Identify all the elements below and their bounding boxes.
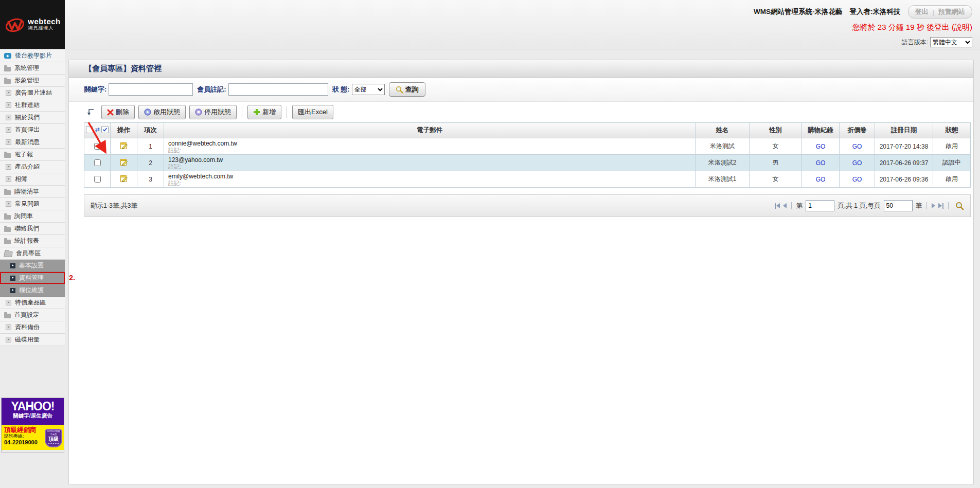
next-page-button[interactable] bbox=[932, 203, 935, 208]
topbar-right: WMS網站管理系統-米洛花藝 登入者:米洛科技 登出 | 預覽網站 您將於 23… bbox=[754, 5, 972, 47]
sidebar-item[interactable]: 常見問題 bbox=[0, 198, 65, 210]
row-status-cell: 啟用 bbox=[933, 138, 971, 155]
page: webtech 網頁經理人 WMS網站管理系統-米洛花藝 登入者:米洛科技 登出… bbox=[0, 0, 980, 488]
row-date-cell: 2017-06-26 09:36 bbox=[875, 171, 933, 188]
status-select[interactable]: 全部 bbox=[352, 84, 385, 95]
shopping-record-go-link[interactable]: GO bbox=[816, 143, 826, 150]
sidebar-item[interactable]: 資料管理 bbox=[0, 272, 65, 284]
yahoo-badge-top: YAHOO!關鍵字廣告 bbox=[46, 430, 61, 436]
sidebar-item[interactable]: 資料備份 bbox=[0, 321, 65, 334]
member-note: 註記: bbox=[168, 180, 691, 186]
row-name-cell: 米洛測試2 bbox=[696, 155, 750, 171]
pager-search-button[interactable] bbox=[955, 202, 964, 210]
edit-button[interactable] bbox=[120, 174, 128, 183]
sidebar-item-label: 首頁設定 bbox=[14, 311, 39, 319]
row-checkbox[interactable] bbox=[94, 159, 101, 166]
sidebar-item[interactable]: 購物清單 bbox=[0, 186, 65, 198]
bullet-icon bbox=[6, 139, 11, 145]
sidebar-item[interactable]: 統計報表 bbox=[0, 235, 65, 247]
topbar: webtech 網頁經理人 WMS網站管理系統-米洛花藝 登入者:米洛科技 登出… bbox=[0, 0, 980, 49]
status-label: 狀 態: bbox=[332, 85, 350, 94]
table-row: 1connie@webtech.com.tw註記:米洛測試女GOGO2017-0… bbox=[84, 138, 971, 155]
sidebar-item[interactable]: 產品介紹 bbox=[0, 161, 65, 173]
language-select[interactable]: 繁體中文 bbox=[930, 37, 972, 47]
sidebar-item[interactable]: 磁碟用量 bbox=[0, 334, 65, 346]
logout-countdown: 您將於 23 分鐘 19 秒 後登出 (說明) bbox=[754, 23, 972, 32]
coupon-go-link[interactable]: GO bbox=[852, 159, 862, 167]
keyword-input[interactable] bbox=[109, 83, 193, 96]
row-name-cell: 米洛測試 bbox=[696, 138, 750, 155]
delete-button[interactable]: 刪除 bbox=[101, 105, 135, 119]
edit-icon bbox=[120, 141, 128, 150]
disable-status-button[interactable]: 停用狀態 bbox=[189, 105, 237, 119]
folder-icon bbox=[4, 190, 11, 195]
sidebar-item[interactable]: 聯絡我們 bbox=[0, 223, 65, 235]
folder-icon bbox=[4, 79, 11, 84]
bullet-icon bbox=[6, 176, 11, 182]
edit-button[interactable] bbox=[120, 141, 128, 150]
per-page-input[interactable] bbox=[884, 200, 913, 211]
sidebar-item[interactable]: 系統管理 bbox=[0, 62, 65, 75]
sidebar-item[interactable]: 關於我們 bbox=[0, 112, 65, 124]
prev-page-button[interactable] bbox=[783, 203, 787, 208]
sidebar-item[interactable]: 首頁設定 bbox=[0, 309, 65, 321]
sidebar-item[interactable]: 廣告圖片連結 bbox=[0, 87, 65, 99]
sidebar-item[interactable]: 電子報 bbox=[0, 149, 65, 161]
sidebar-item[interactable]: 欄位維護 bbox=[0, 284, 65, 297]
sidebar-item[interactable]: 會員專區 bbox=[0, 247, 65, 260]
login-user: 登入者:米洛科技 bbox=[850, 7, 901, 16]
add-button[interactable]: 新增 bbox=[247, 105, 281, 119]
yahoo-ad-banner[interactable]: YAHOO! 關鍵字/原生廣告 頂級經銷商 諮詢專線: 04-22019000 … bbox=[1, 397, 64, 453]
sidebar-item-label: 相簿 bbox=[15, 175, 27, 184]
row-email-cell: connie@webtech.com.tw註記: bbox=[164, 138, 696, 155]
sidebar-item-label: 電子報 bbox=[14, 150, 33, 159]
sidebar-item-label: 基本設置 bbox=[19, 261, 44, 270]
sidebar-item[interactable]: 形象管理 bbox=[0, 75, 65, 87]
sidebar-menu: 後台教學影片系統管理形象管理廣告圖片連結社群連結關於我們首頁彈出最新消息電子報產… bbox=[0, 50, 65, 346]
col-date: 註冊日期 bbox=[875, 123, 933, 138]
shopping-record-go-link[interactable]: GO bbox=[816, 159, 826, 167]
member-note-input[interactable] bbox=[228, 83, 328, 96]
sidebar-item-label: 關於我們 bbox=[15, 113, 40, 122]
last-page-button[interactable] bbox=[938, 203, 943, 209]
sub-icon bbox=[10, 263, 15, 268]
row-checkbox[interactable] bbox=[94, 176, 101, 183]
sidebar-item[interactable]: 特價產品區 bbox=[0, 297, 65, 309]
coupon-go-link[interactable]: GO bbox=[852, 176, 862, 183]
coupon-go-link[interactable]: GO bbox=[852, 143, 862, 150]
pager-divider bbox=[791, 202, 792, 209]
member-note: 註記: bbox=[168, 147, 691, 153]
page-number-input[interactable] bbox=[806, 200, 834, 211]
member-email: connie@webtech.com.tw bbox=[168, 140, 691, 147]
row-email-cell: emily@webtech.com.tw註記: bbox=[164, 171, 696, 188]
shopping-record-go-link[interactable]: GO bbox=[816, 176, 826, 183]
header-select-toggle[interactable]: ⇄ bbox=[84, 123, 111, 138]
sidebar-item[interactable]: 基本設置 bbox=[0, 260, 65, 272]
col-coupon: 折價卷 bbox=[840, 123, 875, 138]
row-index-cell: 2 bbox=[137, 155, 164, 171]
first-page-button[interactable] bbox=[775, 203, 780, 209]
sidebar-item[interactable]: 最新消息 bbox=[0, 136, 65, 149]
sidebar-item[interactable]: 首頁彈出 bbox=[0, 124, 65, 136]
row-checkbox[interactable] bbox=[94, 143, 101, 150]
member-email: emily@webtech.com.tw bbox=[168, 173, 691, 180]
logout-button[interactable]: 登出 bbox=[915, 7, 929, 16]
coupon-cell: GO bbox=[840, 171, 875, 188]
edit-button[interactable] bbox=[120, 158, 128, 166]
page-title: 【會員專區】資料管裡 bbox=[69, 60, 973, 78]
preview-site-button[interactable]: 預覽網站 bbox=[938, 7, 965, 16]
result-summary: 顯示1-3筆,共3筆 bbox=[91, 202, 137, 210]
bullet-icon bbox=[6, 337, 11, 342]
search-button[interactable]: 查詢 bbox=[389, 82, 425, 97]
sidebar-item-label: 最新消息 bbox=[15, 138, 40, 147]
enable-status-button[interactable]: 啟用狀態 bbox=[138, 105, 186, 119]
sidebar-item[interactable]: 詢問車 bbox=[0, 210, 65, 223]
bullet-icon bbox=[6, 127, 11, 133]
export-excel-button[interactable]: 匯出Excel bbox=[292, 105, 333, 119]
sidebar-item-label: 統計報表 bbox=[14, 237, 39, 245]
toolbar-divider bbox=[242, 106, 242, 118]
sidebar-item[interactable]: 後台教學影片 bbox=[0, 50, 65, 62]
sidebar-item[interactable]: 社群連結 bbox=[0, 99, 65, 112]
sidebar-item[interactable]: 相簿 bbox=[0, 173, 65, 186]
disable-circle-icon bbox=[195, 109, 202, 116]
